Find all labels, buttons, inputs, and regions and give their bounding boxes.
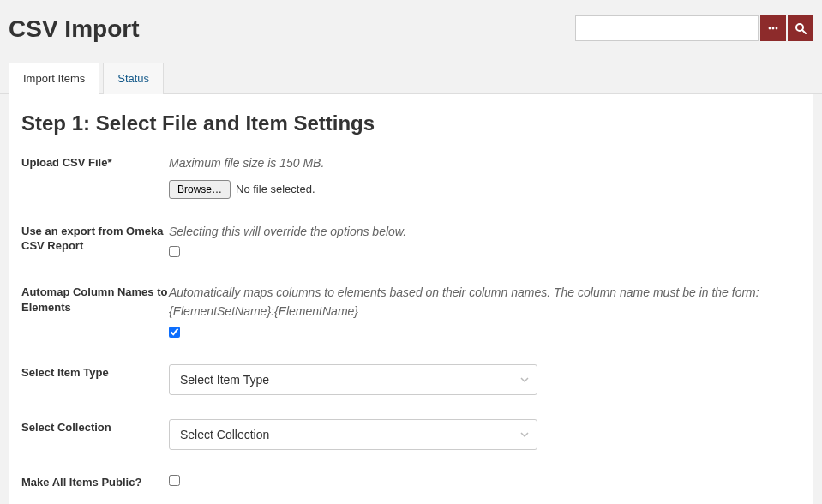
automap-checkbox[interactable] [169,327,180,338]
search-area [575,15,813,41]
browse-button[interactable]: Browse… [169,180,231,199]
public-label: Make All Items Public? [21,474,169,490]
upload-hint: Maximum file size is 150 MB. [169,154,801,173]
tab-import-items[interactable]: Import Items [9,63,99,94]
no-file-text: No file selected. [236,183,315,195]
search-input[interactable] [575,15,759,41]
page-title: CSV Import [9,15,139,43]
step-heading: Step 1: Select File and Item Settings [21,111,801,135]
svg-line-4 [802,30,806,33]
upload-label: Upload CSV File* [21,154,169,171]
search-button[interactable] [788,15,813,41]
svg-point-1 [772,27,775,30]
item-type-select[interactable]: Select Item Type [169,364,537,395]
tab-status[interactable]: Status [103,63,164,94]
omeka-export-checkbox[interactable] [169,246,180,257]
svg-point-2 [776,27,778,30]
search-options-button[interactable] [760,15,786,41]
item-type-selected: Select Item Type [180,373,269,387]
item-type-label: Select Item Type [21,364,169,381]
tabs: Import Items Status [0,62,822,94]
form-content: Step 1: Select File and Item Settings Up… [9,94,813,504]
automap-label: Automap Column Names to Elements [21,284,169,315]
collection-select[interactable]: Select Collection [169,419,537,450]
search-icon [795,22,807,34]
omeka-export-hint: Selecting this will override the options… [169,223,801,242]
ellipsis-icon [767,22,779,34]
collection-label: Select Collection [21,419,169,435]
omeka-export-label: Use an export from Omeka CSV Report [21,223,169,254]
svg-point-0 [769,27,771,30]
collection-selected: Select Collection [180,428,269,441]
automap-hint: Automatically maps columns to elements b… [169,284,801,321]
public-checkbox[interactable] [169,475,180,486]
